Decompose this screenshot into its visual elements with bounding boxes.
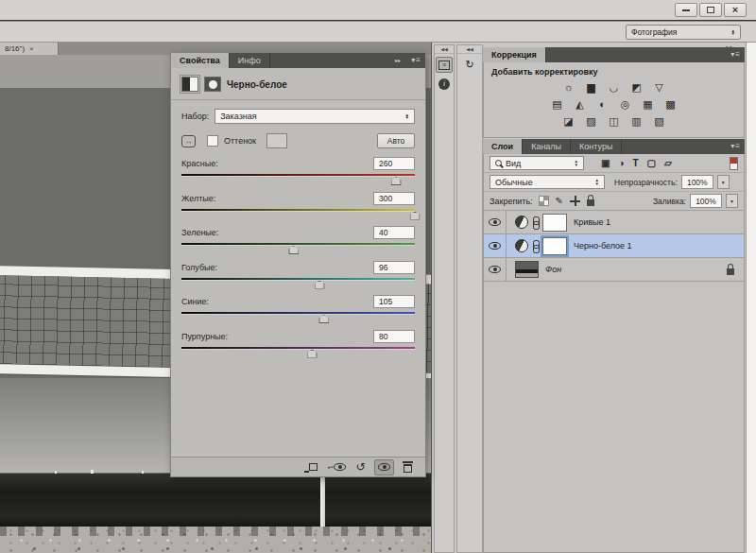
lock-position-icon[interactable]: [570, 196, 580, 206]
slider-value-input[interactable]: [373, 330, 415, 343]
filter-pixel-layers-icon[interactable]: ▣: [601, 158, 610, 168]
slider-thumb[interactable]: [307, 350, 318, 358]
photo-filter-icon[interactable]: ◎: [617, 97, 634, 111]
slider-thumb[interactable]: [410, 212, 421, 220]
minimize-button[interactable]: [675, 3, 697, 17]
tab-paths[interactable]: Контуры: [571, 139, 622, 154]
mask-link-icon[interactable]: [532, 240, 539, 252]
visibility-cell[interactable]: [484, 234, 507, 257]
gradient-map-icon[interactable]: ▥: [628, 114, 645, 128]
layer-name[interactable]: Черно-белое 1: [574, 241, 632, 251]
opacity-dropdown-button[interactable]: [717, 175, 730, 189]
toggle-visibility-button[interactable]: [374, 459, 394, 475]
tab-info[interactable]: Инфо: [230, 53, 270, 68]
properties-panel-button[interactable]: [436, 57, 453, 73]
tint-color-swatch[interactable]: [266, 133, 287, 148]
tab-layers[interactable]: Слои: [483, 139, 523, 154]
slider-value-input[interactable]: [373, 261, 415, 274]
workspace-switcher[interactable]: Фотография: [626, 25, 741, 40]
layer-name[interactable]: Фон: [545, 265, 561, 274]
document-tab-close-icon[interactable]: [29, 44, 34, 53]
slider-value-input[interactable]: [373, 192, 415, 205]
view-previous-state-button[interactable]: [327, 459, 347, 475]
document-tab[interactable]: 8/16"): [0, 43, 59, 55]
panel-menu-icon[interactable]: [411, 56, 421, 64]
invert-icon[interactable]: ◪: [560, 114, 577, 128]
visibility-cell[interactable]: [484, 258, 507, 281]
fill-input[interactable]: 100%: [690, 194, 722, 208]
close-button[interactable]: [724, 3, 747, 17]
preset-select[interactable]: Заказная: [215, 109, 415, 124]
mask-link-icon[interactable]: [532, 216, 539, 229]
slider-thumb[interactable]: [391, 177, 402, 185]
reset-adjustment-button[interactable]: [351, 459, 370, 475]
tab-properties[interactable]: Свойства: [171, 53, 230, 68]
restore-button[interactable]: [699, 3, 722, 17]
adjustment-layer-icon[interactable]: [515, 239, 528, 252]
panel-menu-icon[interactable]: [730, 50, 741, 59]
layer-row-black-white[interactable]: Черно-белое 1: [484, 234, 744, 258]
blend-mode-select[interactable]: Обычные: [490, 175, 605, 189]
hue-saturation-icon[interactable]: ▤: [549, 97, 566, 111]
tab-channels[interactable]: Каналы: [523, 139, 571, 154]
slider-track[interactable]: [181, 208, 415, 217]
selective-color-icon[interactable]: ▧: [651, 114, 668, 128]
info-panel-button[interactable]: [436, 76, 453, 92]
filter-kind-select[interactable]: Вид: [490, 156, 584, 170]
slider-track[interactable]: [181, 311, 415, 320]
slider-value-input[interactable]: [373, 226, 415, 239]
slider-value-input[interactable]: [373, 295, 415, 308]
slider-track[interactable]: [181, 173, 415, 182]
layer-mask-thumbnail[interactable]: [542, 214, 567, 232]
layer-name[interactable]: Кривые 1: [574, 217, 610, 227]
filter-smart-objects-icon[interactable]: ▱: [664, 158, 672, 168]
panel-menu-icon[interactable]: [730, 142, 741, 150]
lock-transparency-icon[interactable]: [539, 196, 549, 206]
color-balance-icon[interactable]: ◭: [572, 97, 589, 111]
slider-track[interactable]: [181, 277, 415, 286]
levels-icon[interactable]: ▆: [583, 80, 600, 94]
delete-adjustment-button[interactable]: [398, 459, 418, 475]
slider-thumb[interactable]: [315, 281, 325, 289]
slider-value-input[interactable]: [373, 157, 415, 170]
adjustment-layer-icon[interactable]: [515, 216, 528, 229]
tab-adjustments[interactable]: Коррекция: [483, 47, 546, 62]
slider-thumb[interactable]: [318, 315, 329, 323]
posterize-icon[interactable]: ▨: [583, 114, 600, 128]
black-white-icon[interactable]: ◐: [594, 97, 611, 111]
threshold-icon[interactable]: ◫: [606, 114, 623, 128]
opacity-input[interactable]: 100%: [681, 175, 713, 189]
filter-adjustment-layers-icon[interactable]: ◑: [618, 158, 624, 168]
clip-to-layer-button[interactable]: [303, 459, 323, 475]
slider-thumb[interactable]: [288, 246, 299, 254]
layer-mask-thumbnail[interactable]: [542, 237, 567, 255]
filter-type-layers-icon[interactable]: T: [633, 158, 639, 168]
brightness-contrast-icon[interactable]: ☼: [560, 80, 577, 94]
layer-mask-icon[interactable]: [204, 77, 221, 92]
curves-icon[interactable]: ◡: [606, 80, 623, 94]
slider-track[interactable]: [181, 346, 415, 355]
fill-dropdown-button[interactable]: [726, 194, 738, 208]
expand-panels-icon[interactable]: [435, 45, 454, 54]
lock-all-icon[interactable]: [587, 199, 594, 206]
filtering-toggle[interactable]: [730, 157, 738, 170]
color-lookup-icon[interactable]: ▩: [662, 97, 679, 111]
exposure-icon[interactable]: ◩: [628, 80, 645, 94]
layer-thumbnail[interactable]: [515, 261, 539, 278]
history-panel-button[interactable]: [461, 57, 478, 73]
vibrance-icon[interactable]: ▽: [651, 80, 668, 94]
document-tab-title: 8/16"): [5, 44, 25, 53]
auto-button[interactable]: Авто: [377, 133, 415, 148]
channel-mixer-icon[interactable]: ▦: [640, 97, 657, 111]
slider-track[interactable]: [181, 242, 415, 251]
layer-row-background[interactable]: Фон: [484, 258, 744, 282]
tint-checkbox[interactable]: [207, 135, 218, 147]
collapse-to-icons-icon[interactable]: [395, 57, 401, 63]
layer-row-curves[interactable]: Кривые 1: [484, 211, 744, 234]
visibility-cell[interactable]: [484, 211, 507, 233]
filter-shape-layers-icon[interactable]: ▢: [647, 158, 656, 168]
scrubby-hand-icon[interactable]: [181, 135, 196, 147]
expand-panels-icon[interactable]: [457, 45, 482, 54]
lock-paint-icon[interactable]: ✎: [556, 196, 563, 206]
black-white-adjustment-icon[interactable]: [181, 77, 198, 92]
